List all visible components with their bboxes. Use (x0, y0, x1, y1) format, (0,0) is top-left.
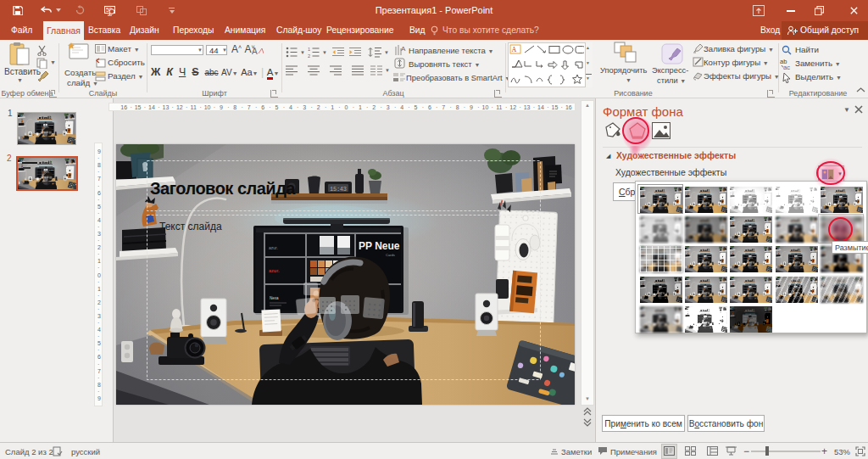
svg-text:A: A (252, 47, 258, 56)
svg-text:A: A (401, 45, 406, 53)
svg-text:1: 1 (308, 47, 310, 52)
svg-text:2: 2 (308, 53, 310, 58)
svg-text:A: A (512, 46, 517, 53)
svg-text:ac: ac (783, 64, 790, 70)
